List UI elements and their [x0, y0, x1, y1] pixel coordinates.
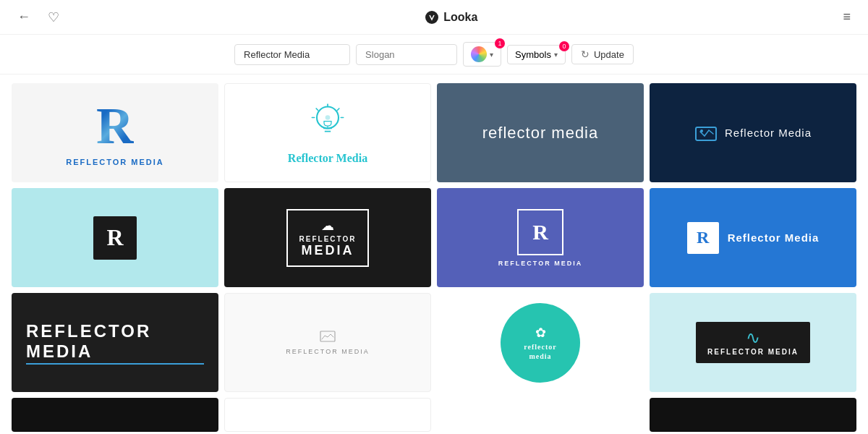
logo-card-13-partial[interactable] — [12, 398, 218, 432]
svg-point-8 — [326, 115, 331, 120]
card1-letter: R — [96, 100, 134, 152]
color-badge: 1 — [495, 38, 505, 48]
logo-card-3[interactable]: reflector media — [437, 83, 644, 182]
logo-card-11[interactable]: ✿ reflectormedia — [437, 293, 644, 392]
card6-cloud-icon: ☁ — [321, 218, 334, 234]
symbols-button[interactable]: Symbols ▾ 0 — [507, 45, 566, 64]
update-button[interactable]: ↻ Update — [571, 44, 634, 64]
logo-card-1[interactable]: R REFLECTOR MEDIA — [12, 83, 218, 182]
color-chevron-icon: ▾ — [490, 51, 493, 59]
card8-brand-text: Reflector Media — [728, 231, 820, 244]
logo-card-6[interactable]: ☁ REFLECTOR MEDIA — [224, 188, 431, 287]
looka-brand-icon — [425, 10, 439, 25]
logo-card-8[interactable]: R Reflector Media — [650, 188, 856, 287]
color-swatch — [471, 46, 487, 62]
logo-card-4[interactable]: Reflector Media — [650, 83, 856, 182]
card9-brand-text: REFLECTOR MEDIA — [26, 321, 204, 362]
header: ← ♡ Looka ≡ — [0, 0, 868, 35]
card6-media-text: MEDIA — [302, 243, 354, 258]
card7-r-bordered: R — [517, 209, 563, 255]
logo-card-5[interactable]: R — [12, 188, 218, 287]
card11-text: reflectormedia — [524, 342, 556, 361]
logo-card-9[interactable]: REFLECTOR MEDIA — [12, 293, 218, 392]
menu-button[interactable]: ≡ — [840, 7, 854, 27]
card6-reflector-text: REFLECTOR — [299, 235, 357, 243]
card9-underline — [26, 363, 204, 365]
card7-r-letter: R — [532, 220, 548, 244]
favorite-button[interactable]: ♡ — [45, 7, 62, 28]
back-icon: ← — [17, 9, 30, 24]
symbols-chevron-icon: ▾ — [554, 51, 558, 59]
slogan-input[interactable] — [356, 44, 457, 65]
card6-inner: ☁ REFLECTOR MEDIA — [286, 209, 370, 267]
logo-card-7[interactable]: R REFLECTOR MEDIA — [437, 188, 644, 287]
card12-box: ∿ REFLECTOR MEDIA — [696, 322, 810, 363]
svg-line-4 — [337, 109, 339, 111]
logo-card-2[interactable]: Reflector Media — [224, 83, 431, 182]
card11-circle: ✿ reflectormedia — [501, 303, 580, 383]
card1-brand-text: REFLECTOR MEDIA — [66, 158, 164, 166]
symbols-badge: 0 — [559, 41, 569, 51]
card2-brand-text: Reflector Media — [288, 152, 367, 165]
logo-card-12[interactable]: ∿ REFLECTOR MEDIA — [650, 293, 856, 392]
logo-card-15-partial — [437, 398, 644, 432]
card8-r-box: R — [687, 222, 719, 254]
logo-card-10[interactable]: REFLECTOR MEDIA — [224, 293, 431, 392]
card4-icon — [694, 123, 718, 143]
header-left: ← ♡ — [14, 7, 62, 28]
logo-grid: R REFLECTOR MEDIA Reflector Media reflec… — [0, 75, 868, 434]
card10-brand-text: REFLECTOR MEDIA — [286, 348, 369, 355]
card3-brand-text: reflector media — [482, 124, 599, 142]
card5-r-box: R — [93, 216, 137, 260]
svg-point-10 — [700, 129, 703, 132]
refresh-icon: ↻ — [581, 48, 590, 60]
looka-brand-name: Looka — [443, 11, 477, 24]
logo-card-16-partial[interactable] — [650, 398, 856, 432]
card4-brand-text: Reflector Media — [725, 127, 812, 139]
back-button[interactable]: ← — [14, 7, 33, 27]
looka-logo: Looka — [425, 10, 477, 25]
card11-splat-icon: ✿ — [535, 325, 546, 341]
card10-icon — [320, 331, 336, 344]
update-label: Update — [594, 49, 624, 60]
svg-line-3 — [316, 109, 318, 111]
logo-card-14-partial — [224, 398, 431, 432]
brand-name-input[interactable] — [234, 44, 350, 65]
card2-bulb-icon — [310, 101, 346, 145]
card7-brand-text: REFLECTOR MEDIA — [498, 260, 582, 267]
toolbar: ▾ 1 Symbols ▾ 0 ↻ Update — [0, 35, 868, 75]
heart-icon: ♡ — [48, 10, 59, 25]
card9-content: REFLECTOR MEDIA — [12, 321, 218, 365]
symbols-label: Symbols — [515, 49, 551, 60]
card12-squiggle-icon: ∿ — [746, 329, 760, 346]
color-palette-button[interactable]: ▾ 1 — [463, 42, 501, 67]
card12-brand-text: REFLECTOR MEDIA — [707, 348, 799, 356]
hamburger-icon: ≡ — [843, 9, 851, 24]
svg-point-0 — [425, 11, 438, 24]
